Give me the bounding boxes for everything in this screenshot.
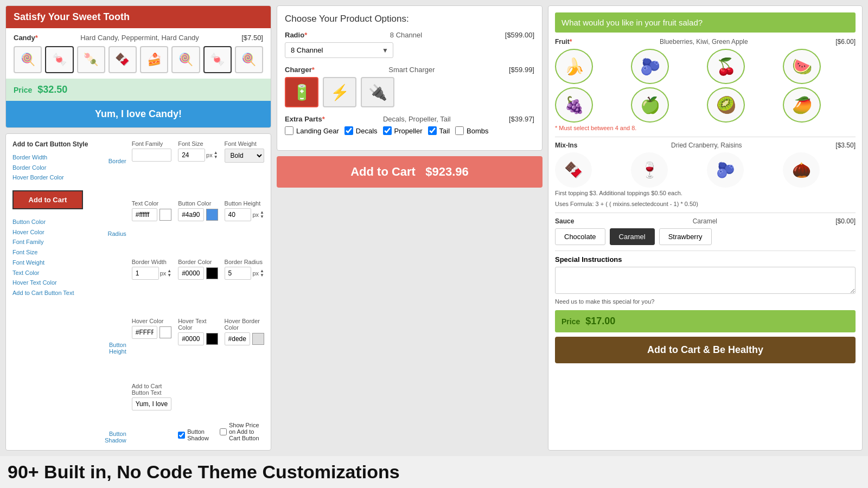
charger-img-3[interactable]: 🔌: [361, 77, 394, 107]
candy-img-3[interactable]: 🍡: [77, 46, 105, 73]
button-color-swatch[interactable]: [206, 209, 218, 221]
charger-img-2[interactable]: ⚡: [323, 77, 356, 107]
candy-img-5[interactable]: 🍰: [140, 46, 168, 73]
propeller-checkbox[interactable]: [383, 126, 392, 135]
candy-box: Satisfy Your Sweet Tooth Candy* Hard Can…: [5, 5, 271, 128]
show-price-checkbox-label[interactable]: Show Price on Add to Cart Button: [220, 422, 264, 441]
style-labels-left: Border Width Border Color Hover Border C…: [12, 152, 99, 183]
extra-parts-options: Landing Gear Decals Propeller Tail: [285, 126, 534, 135]
border-color-swatch[interactable]: [206, 267, 218, 279]
charger-label: Charger*: [285, 66, 315, 74]
hover-color-swatch[interactable]: [159, 326, 171, 338]
show-price-checkbox[interactable]: [220, 428, 227, 435]
style-preview-button[interactable]: Add to Cart: [12, 190, 83, 209]
style-box: Add to Cart Button Style Border Width Bo…: [5, 133, 271, 451]
extra-landing-gear[interactable]: Landing Gear: [285, 126, 339, 135]
button-color-group: Button Color: [178, 200, 218, 254]
hover-text-input[interactable]: [178, 332, 203, 345]
hover-border-input[interactable]: [225, 332, 250, 345]
healthy-add-button[interactable]: Add to Cart & Be Healthy: [555, 337, 856, 363]
border-width-spinners[interactable]: ▲▼: [167, 269, 171, 278]
fruit-price-bar: Price $17.00: [555, 310, 856, 332]
bottom-bar: 90+ Built in, No Code Theme Customizatio…: [0, 456, 868, 488]
candy-selection: Hard Candy, Peppermint, Hard Candy: [80, 34, 199, 42]
fruit-blueberry[interactable]: 🫐: [631, 49, 669, 84]
fruit-panel-title: What would you like in your fruit salad?: [555, 12, 856, 33]
candy-img-6[interactable]: 🍭: [171, 46, 200, 73]
mixins-label: Mix-Ins: [555, 142, 577, 149]
extra-decals[interactable]: Decals: [344, 126, 378, 135]
charger-price: [$59.99]: [509, 66, 534, 74]
font-size-input[interactable]: [178, 149, 205, 162]
candy-price-label: Price: [14, 86, 32, 94]
text-color-swatch[interactable]: [159, 209, 171, 221]
extra-tail[interactable]: Tail: [428, 126, 450, 135]
fruit-kiwi[interactable]: 🥝: [707, 87, 745, 123]
button-height-spinners[interactable]: ▲▼: [260, 210, 264, 219]
candy-add-button[interactable]: Yum, I love Candy!: [6, 101, 271, 127]
border-width-input[interactable]: [132, 267, 159, 280]
style-form: Font Family Font Size px ▲▼ Font Weight: [132, 140, 264, 444]
fruit-grape[interactable]: 🍇: [555, 87, 593, 123]
charger-selection: Smart Charger: [388, 66, 435, 74]
hover-color-group: Hover Color: [132, 318, 171, 378]
text-color-input[interactable]: [132, 208, 157, 221]
hover-border-swatch[interactable]: [252, 333, 264, 345]
hover-text-swatch[interactable]: [206, 333, 218, 345]
candy-img-1[interactable]: 🍭: [14, 46, 42, 73]
extra-bombs[interactable]: Bombs: [455, 126, 488, 135]
candy-img-8[interactable]: 🍭: [235, 46, 263, 73]
landing-gear-checkbox[interactable]: [285, 126, 293, 135]
border-radius-spinners[interactable]: ▲▼: [260, 269, 264, 278]
button-shadow-checkbox[interactable]: [178, 432, 185, 439]
decals-checkbox[interactable]: [344, 126, 353, 135]
mixin-raisins[interactable]: 🫐: [707, 152, 744, 188]
button-height-group: Button Height px ▲▼: [225, 200, 264, 254]
extra-selection: Decals, Propeller, Tail: [383, 115, 451, 123]
font-size-spinners[interactable]: ▲▼: [214, 151, 218, 159]
font-weight-select[interactable]: Bold Normal: [225, 149, 264, 163]
candy-label: Candy*: [14, 34, 38, 42]
button-shadow-checkbox-label[interactable]: Button Shadow: [178, 428, 209, 441]
fruit-price: [$6.00]: [835, 38, 856, 46]
border-color-input[interactable]: [178, 267, 203, 280]
add-to-cart-text-input[interactable]: [132, 397, 171, 410]
fruit-price-label: Price: [561, 317, 580, 326]
bombs-checkbox[interactable]: [455, 126, 464, 135]
font-family-input[interactable]: [132, 149, 171, 162]
fruit-green-apple[interactable]: 🍏: [631, 87, 669, 123]
button-height-input[interactable]: [225, 208, 252, 221]
radio-select-wrapper[interactable]: 8 Channel ▼: [285, 42, 393, 58]
candy-img-4[interactable]: 🍫: [108, 46, 137, 73]
tail-checkbox[interactable]: [428, 126, 437, 135]
mixin-nuts[interactable]: 🌰: [783, 152, 820, 188]
mixins-images: 🍫 🍷 🫐 🌰: [555, 152, 856, 188]
fruit-mango[interactable]: 🥭: [783, 87, 821, 123]
sauce-selection: Caramel: [693, 217, 717, 225]
mixin-chocolate[interactable]: 🍫: [555, 152, 592, 188]
fruit-watermelon[interactable]: 🍉: [783, 49, 821, 84]
hover-border-group: Hover Border Color: [225, 318, 264, 378]
border-radius-input[interactable]: [225, 267, 252, 280]
rc-add-button[interactable]: Add to Cart $923.96: [277, 156, 542, 188]
fruit-cherry[interactable]: 🍒: [707, 49, 745, 84]
rc-options-box: Choose Your Product Options: Radio* 8 Ch…: [277, 5, 542, 151]
button-color-input[interactable]: [178, 208, 203, 221]
fruit-banana[interactable]: 🍌: [555, 49, 593, 84]
special-instructions-input[interactable]: [555, 267, 856, 294]
extra-propeller[interactable]: Propeller: [383, 126, 423, 135]
charger-img-1[interactable]: 🔋: [285, 77, 318, 107]
candy-img-7[interactable]: 🍬: [203, 46, 232, 73]
radio-select[interactable]: 8 Channel: [285, 43, 393, 57]
sauce-caramel-btn[interactable]: Caramel: [610, 228, 655, 245]
style-labels-right: Border Radius Button Height Button Shado…: [105, 140, 126, 444]
mixin-note: First topping $3. Additional toppings $0…: [555, 190, 856, 196]
font-weight-group: Font Weight Bold Normal: [225, 140, 264, 196]
sauce-chocolate-btn[interactable]: Chocolate: [555, 228, 605, 245]
fruit-label: Fruit*: [555, 38, 572, 46]
mixin-cranberry[interactable]: 🍷: [631, 152, 668, 188]
candy-img-2[interactable]: 🍬: [45, 46, 73, 73]
hover-color-input[interactable]: [132, 326, 157, 339]
sauce-strawberry-btn[interactable]: Strawberry: [659, 228, 712, 245]
candy-price-value: $32.50: [37, 84, 67, 95]
